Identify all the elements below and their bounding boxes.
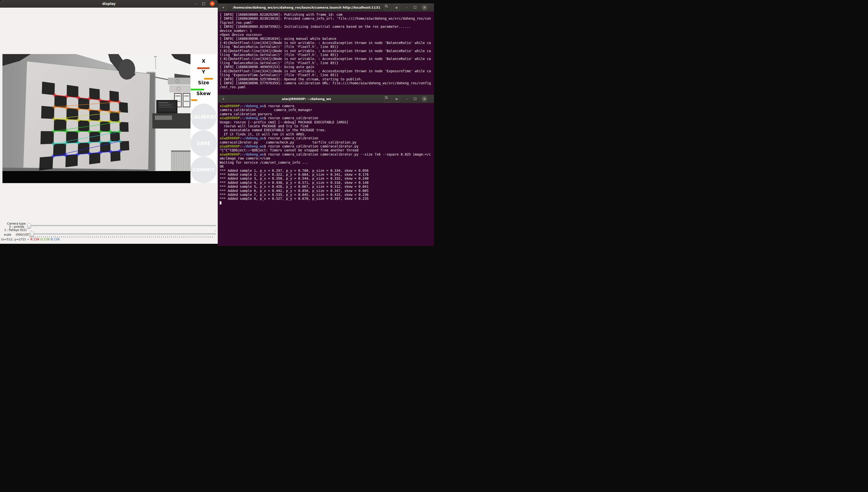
minimize-button[interactable]: – [404,4,410,10]
camera-letterbox-bar [2,171,191,183]
tick-mark [183,236,183,238]
terminal-line: aiw@R9000P:~/daheng_ws$ rosrun camera_ca… [220,152,434,156]
tick-mark [85,236,85,238]
display-window-title: display [0,0,218,7]
maximize-button[interactable] [412,4,418,10]
terminal-line: cameracalibrator.py cameracheck.py tarfi… [220,140,434,144]
terminal-line: *** Added sample 7, p_x = 0.535, p_y = 0… [220,193,434,197]
tick-mark [205,236,205,238]
maximize-button[interactable] [412,96,418,102]
tick-mark [210,236,211,238]
terminal-line: {-8}{DoSetFloat:line[324]}{Node is not w… [220,49,434,53]
terminal-line: <Open device success> [220,33,434,36]
tick-mark [116,236,117,238]
tick-mark [61,236,61,238]
terminal-line: If it finds it, it will run it with ARGS… [220,132,434,136]
blue-value: B:156 [51,238,60,241]
terminal-line: /ost_ros.yaml [220,85,434,89]
tick-mark [93,236,93,238]
terminal-line: *** Added sample 4, p_x = 0.438, p_y = 0… [220,181,434,184]
camera-type-label-line1: Camera type: [5,222,28,225]
tick-mark [122,236,122,238]
terminal-line: aiw@R9000P:~/daheng_ws$ rosrun camera_ca… [220,144,434,148]
new-tab-button[interactable]: + [220,96,226,102]
minimize-button[interactable]: – [404,96,410,102]
progress-meter-size [191,89,204,91]
terminal-line: *** Added sample 3, p_x = 0.350, p_y = 0… [220,176,434,180]
terminal-line: lling 'BalanceRatio.SetValue()' (file 'F… [220,45,434,49]
tick-mark [138,236,138,238]
progress-meter-y [204,78,213,80]
search-button[interactable] [385,96,391,102]
close-button[interactable]: ✕ [422,5,427,10]
minimize-button[interactable]: – [193,1,198,6]
tick-mark [136,236,136,238]
camera-view[interactable] [2,54,191,171]
terminal-line: [ INFO] [1688630889.023873502]: Initiali… [220,25,434,28]
tick-mark [173,236,174,238]
tick-mark [152,236,152,238]
tick-mark [193,236,193,238]
tick-mark [179,236,179,238]
terminal-line: [ INFO] [1688630890.481201834]: using ma… [220,36,434,41]
commit-button[interactable]: COMMIT [191,157,217,183]
tick-mark [201,236,201,238]
camera-image [2,54,191,171]
search-icon [385,96,388,99]
terminal-line: {-8}{DoSetFloat:line[324]}{Node is not w… [220,41,434,45]
progress-meter-x [197,67,209,69]
terminal-titlebar[interactable]: + aiw@R9000P: ~/daheng_ws ≡ – ✕ [218,95,434,103]
terminal-line: aiw@R9000P:~/daheng_ws$ rosrun camera_ca… [220,116,434,120]
camera-type-slider-track[interactable] [28,225,216,227]
tick-mark [118,236,119,238]
tick-mark [162,236,162,238]
tick-mark [189,236,189,238]
search-icon [385,5,388,8]
terminal-line: Usage: rosrun [--prefix cmd] [--debug] P… [220,120,434,124]
tick-mark [144,236,144,238]
tick-mark [69,236,69,238]
maximize-button[interactable] [201,1,206,6]
save-button[interactable]: SAVE [191,130,217,156]
display-titlebar[interactable]: display – ✕ [0,0,218,8]
camera-type-label-line3: 1 : fisheye (0/1) [1,228,30,232]
maximize-icon [414,6,416,8]
terminal-line: {-8}{DoSetFloat:line[324]}{Node is not w… [220,69,434,73]
terminal-titlebar[interactable]: + /home/aiw/daheng_ws/src/daheng_ros/lau… [218,3,434,12]
terminal-line: fig/ost_ros.yaml' [220,21,434,25]
terminal-output-area[interactable]: [ INFO] [1688630889.022829280]: Publishi… [218,11,434,95]
tick-mark [104,236,105,238]
calibrate-button[interactable]: CALIBRATE [191,104,217,130]
tick-mark [140,236,140,238]
tick-mark [155,236,156,238]
terminal-line: camera_calibration camera_info_manager [220,108,434,112]
tick-mark [97,236,97,238]
terminal-output-area[interactable]: aiw@R9000P:~/daheng_ws$ rosrun camera_ca… [218,103,434,246]
terminal-line: *** Added sample 6, p_x = 0.442, p_y = 0… [220,189,434,193]
tick-mark [100,236,101,238]
red-value: R:156 [30,238,39,241]
tick-mark [148,236,148,238]
terminal-line: *** Added sample 5, p_x = 0.426, p_y = 0… [220,184,434,189]
camera-type-slider-handle[interactable] [27,223,31,228]
tick-mark [75,236,75,238]
scale-slider-track[interactable] [28,233,216,235]
terminal-line: camera_calibration_parsers [220,112,434,116]
terminal-line: *** Added sample 1, p_x = 0.297, p_y = 0… [220,169,434,173]
terminal-line: [ INFO] [1688630890.577976359]: camera c… [220,81,434,85]
close-button[interactable]: ✕ [422,96,427,102]
terminal-line: rosrun will locate PACKAGE and try to fi… [220,124,434,128]
terminal-line: [ INFO] [1688630890.489859153]: Using au… [220,65,434,69]
search-button[interactable] [385,4,391,11]
tick-mark [114,236,115,238]
close-button[interactable]: ✕ [210,1,215,6]
pixel-status-readout: (x=512, y=272) ~ R:156 G:156 B:156 [1,238,59,241]
tick-mark [213,236,213,238]
terminal-line: [ INFO] [1688630889.022829280]: Publishi… [220,13,434,17]
menu-button[interactable]: ≡ [393,96,400,102]
new-tab-button[interactable]: + [220,5,226,11]
tick-mark [167,236,168,238]
menu-button[interactable]: ≡ [393,4,400,11]
indicator-label-skew: Skew [191,91,217,96]
tick-mark [71,236,71,238]
